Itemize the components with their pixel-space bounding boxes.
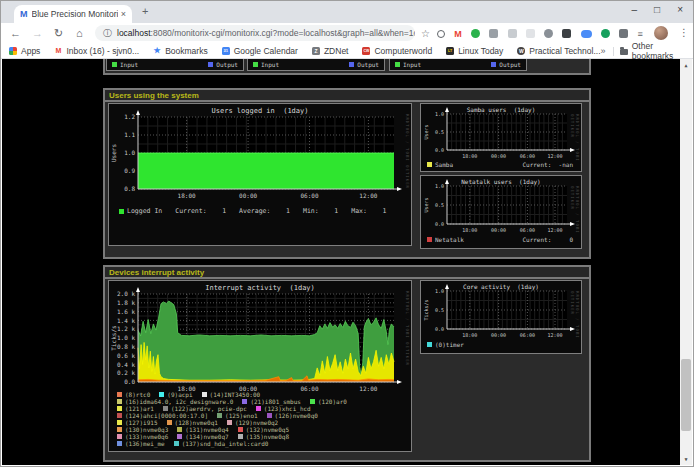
notes-extension-icon[interactable] <box>508 29 517 38</box>
home-button[interactable]: ⌂ <box>76 27 83 40</box>
output-legend: Output <box>208 61 238 68</box>
hangouts-extension-icon[interactable] <box>471 29 480 38</box>
bookmark-label: Practical Technol... <box>529 46 600 56</box>
evernote-extension-icon[interactable] <box>601 29 610 38</box>
camera-extension-icon[interactable] <box>544 29 553 38</box>
legend-item: (16)idma64.0, i2c_designware.0 <box>117 398 233 405</box>
messenger-extension-icon[interactable] <box>581 30 592 38</box>
scrollbar-thumb[interactable] <box>681 359 691 431</box>
legend-stat: Average: 1 <box>239 207 290 215</box>
tab-close-icon[interactable]: × <box>121 9 126 19</box>
bookmark-star-icon[interactable]: ☆ <box>421 28 430 39</box>
bookmark-linux-today[interactable]: LTLinux Today <box>446 46 503 56</box>
legend-item: (123)xhci_hcd <box>256 405 311 412</box>
core-activity-graph[interactable]: 1.00.50.018:0000:0006:0012:00Ticks/s Cor… <box>420 280 582 354</box>
browser-toolbar: ← → ↻ ⌂ ⓘ localhost:8080/monitorix-cgi/m… <box>1 23 693 44</box>
svg-text:0.5: 0.5 <box>435 129 444 135</box>
section-title-users: Users using the system <box>105 90 589 102</box>
copy-pages-extension-icon[interactable] <box>489 29 498 38</box>
other-bookmarks-button[interactable]: Other bookmarks <box>620 41 693 61</box>
svg-text:1.8 k: 1.8 k <box>117 299 135 306</box>
svg-text:18:00: 18:00 <box>178 192 196 199</box>
bookmark-computerworld[interactable]: CWComputerworld <box>362 46 432 56</box>
window-maximize-button[interactable]: □ <box>654 4 660 15</box>
browser-tab[interactable]: M Blue Precision Monitorix × <box>14 5 132 23</box>
profile-avatar[interactable] <box>654 26 668 40</box>
gmail-inbox-icon: M <box>54 47 62 55</box>
address-bar[interactable]: ⓘ localhost:8080/monitorix-cgi/monitorix… <box>95 25 415 41</box>
interrupt-activity-graph[interactable]: 2.0 k1.8 k1.6 k1.4 k1.2 k1.0 k0.8 k0.6 k… <box>108 280 412 452</box>
url-path: :8080/monitorix-cgi/monitorix.cgi?mode=l… <box>151 28 415 38</box>
browser-menu-icon[interactable]: ⋮ <box>679 27 689 38</box>
page-info-icon[interactable]: ⓘ <box>103 27 112 40</box>
window-minimize-button[interactable]: – <box>632 4 638 15</box>
rrdtool-watermark: RRDTOOL / TOBI OETIKER <box>570 291 580 353</box>
input-swatch-icon <box>253 62 258 67</box>
legend-row: (124)ahci[0000:00:17.0](125)eno1(126)nvm… <box>117 412 347 419</box>
svg-text:1.1: 1.1 <box>124 131 135 138</box>
reload-button[interactable]: ↻ <box>54 27 63 40</box>
legend-row: (133)nvme0q6(134)nvme0q7(135)nvme0q8 <box>117 433 347 440</box>
tab-list-extension-icon[interactable]: ≡ <box>638 29 643 39</box>
back-button[interactable]: ← <box>10 27 21 40</box>
legend-item: (121)ar1 <box>117 405 154 412</box>
url-text[interactable]: localhost:8080/monitorix-cgi/monitorix.c… <box>117 28 415 38</box>
legend-item: (129)nvme0q2 <box>227 419 278 426</box>
legend-stat: Min: 1 <box>303 207 338 215</box>
bookmark-practical-tech[interactable]: WPractical Technol... <box>517 46 600 56</box>
chart-legend: NetatalkCurrent: 0 <box>427 236 573 243</box>
faded-app-extension-icon[interactable] <box>526 29 535 38</box>
search-extension-icon[interactable] <box>437 30 445 38</box>
legend-swatch-icon <box>167 420 172 425</box>
linux-today-icon: LT <box>446 47 454 55</box>
extensions-area: M≡ <box>437 26 643 41</box>
legend-item: (126)nvme0q0 <box>267 412 318 419</box>
legend-label: (123)xhci_hcd <box>264 405 311 412</box>
input-legend: Input <box>395 61 421 68</box>
legend-item: (137)snd_hda_intel:card0 <box>174 440 269 447</box>
bookmark-bookmarks[interactable]: ★Bookmarks <box>153 46 208 56</box>
browser-window: M Blue Precision Monitorix × + – □ × ← →… <box>0 0 694 467</box>
legend-swatch-icon <box>117 392 122 397</box>
window-close-button[interactable]: × <box>677 4 683 15</box>
legend-label: (120)ar0 <box>318 398 347 405</box>
scrollbar-up-arrow-icon[interactable]: ▲ <box>680 59 692 71</box>
legend-label: (132)nvme0q5 <box>246 426 289 433</box>
bookmark-google-calendar[interactable]: 31Google Calendar <box>222 46 298 56</box>
legend-item: (133)nvme0q6 <box>117 433 168 440</box>
legend-item: Logged In <box>119 207 162 215</box>
legend-label: (135)nvme0q8 <box>246 433 289 440</box>
legend-label: (21)i801_smbus <box>250 398 301 405</box>
legend-swatch-icon <box>427 342 432 347</box>
partial-graph-box[interactable]: Input Output <box>389 59 527 71</box>
svg-text:Ticks/s: Ticks/s <box>110 325 117 351</box>
dark-app-extension-icon[interactable] <box>562 29 571 38</box>
legend-row: (127)i915(128)nvme0q1(129)nvme0q2 <box>117 419 347 426</box>
monitorix-page: Input Output Input Output Input Output U… <box>2 59 692 465</box>
svg-text:12:00: 12:00 <box>359 385 377 392</box>
page-scrollbar[interactable]: ▲ ▼ <box>680 59 692 465</box>
new-tab-button[interactable]: + <box>142 5 148 17</box>
scrollbar-down-arrow-icon[interactable]: ▼ <box>680 453 692 465</box>
bookmark-gmail-inbox[interactable]: MInbox (16) - sjvn0... <box>54 46 139 56</box>
bookmark-label: Computerworld <box>374 46 432 56</box>
partial-graph-box[interactable]: Input Output <box>247 59 385 71</box>
partial-graph-box[interactable]: Input Output <box>106 59 244 71</box>
bookmarks-overflow-chevron[interactable]: » <box>601 46 613 56</box>
bookmark-apps[interactable]: Apps <box>9 46 40 56</box>
samba-users-graph[interactable]: 1.00.50.018:0000:0006:0012:00Users Samba… <box>420 103 582 172</box>
legend-stat: Current: 1 <box>175 207 226 215</box>
users-logged-in-graph[interactable]: 1.21.11.00.90.818:0000:0006:0012:00Users… <box>108 103 412 246</box>
section-interrupts: Devices interrupt activity 2.0 k1.8 k1.6… <box>103 265 591 462</box>
bookmark-zdnet[interactable]: ZZDNet <box>312 46 349 56</box>
puzzle-extension-icon[interactable] <box>619 29 628 38</box>
legend-item: (128)nvme0q1 <box>167 419 218 426</box>
zdnet-icon: Z <box>312 47 320 55</box>
output-swatch-icon <box>491 62 496 67</box>
tab-title: Blue Precision Monitorix <box>32 9 118 19</box>
netatalk-users-graph[interactable]: 1.00.50.018:0000:0006:0012:00Users Netat… <box>420 175 582 249</box>
legend-label: (129)nvme0q2 <box>235 419 278 426</box>
legend-item: (14)INT3450:00 <box>202 391 261 398</box>
gmail-extension-icon[interactable]: M <box>454 29 462 39</box>
rrdtool-watermark: RRDTOOL / TOBI OETIKER <box>405 114 410 189</box>
